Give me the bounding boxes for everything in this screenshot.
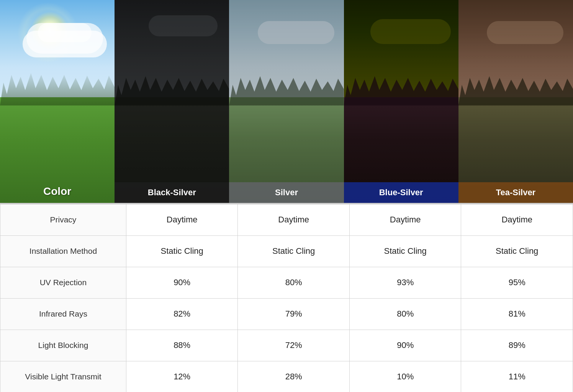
label-silver: Silver [229,182,344,203]
row-col1-privacy: Daytime [126,204,238,235]
image-bg-original [0,0,115,203]
row-label-uv: UV Rejection [0,267,126,298]
row-col2-installation: Static Cling [238,235,350,267]
row-col3-privacy: Daytime [349,204,461,235]
row-col2-privacy: Daytime [238,204,350,235]
row-col2-light-blocking: 72% [238,330,350,361]
image-bg-tea-silver [458,0,573,203]
row-label-privacy: Privacy [0,204,126,235]
row-label-infrared: Infrared Rays [0,298,126,330]
image-cell-silver: Silver [229,0,344,203]
row-label-installation: Installation Method [0,235,126,267]
row-col2-visible-light: 28% [238,361,350,392]
comparison-table: Privacy Daytime Daytime Daytime Daytime … [0,204,573,392]
row-col3-installation: Static Cling [349,235,461,267]
row-col4-privacy: Daytime [461,204,573,235]
label-original: Color [0,180,115,203]
image-cell-original: Color [0,0,115,203]
image-bg-blue-silver [344,0,458,203]
row-col3-infrared: 80% [349,298,461,330]
row-label-light-blocking: Light Blocking [0,330,126,361]
row-col1-light-blocking: 88% [126,330,238,361]
image-bg-silver [229,0,344,203]
label-blue-silver: Blue-Silver [344,182,458,203]
row-label-visible-light: Visible Light Transmit [0,361,126,392]
row-col4-visible-light: 11% [461,361,573,392]
row-col1-installation: Static Cling [126,235,238,267]
row-col4-infrared: 81% [461,298,573,330]
row-col3-uv: 93% [349,267,461,298]
label-black-silver: Black-Silver [115,182,229,203]
image-bg-black-silver [115,0,229,203]
table-row-installation: Installation Method Static Cling Static … [0,235,573,267]
row-col4-installation: Static Cling [461,235,573,267]
table-container: Privacy Daytime Daytime Daytime Daytime … [0,203,573,392]
row-col3-light-blocking: 90% [349,330,461,361]
row-col1-uv: 90% [126,267,238,298]
row-col4-uv: 95% [461,267,573,298]
image-cell-black-silver: Black-Silver [115,0,229,203]
image-row: Color Black-Silver Silver [0,0,573,203]
row-col1-visible-light: 12% [126,361,238,392]
table-row-uv: UV Rejection 90% 80% 93% 95% [0,267,573,298]
row-col2-infrared: 79% [238,298,350,330]
row-col1-infrared: 82% [126,298,238,330]
row-col2-uv: 80% [238,267,350,298]
table-row-privacy: Privacy Daytime Daytime Daytime Daytime [0,204,573,235]
table-row-visible-light: Visible Light Transmit 12% 28% 10% 11% [0,361,573,392]
row-col3-visible-light: 10% [349,361,461,392]
image-cell-tea-silver: Tea-Silver [458,0,573,203]
row-col4-light-blocking: 89% [461,330,573,361]
table-row-infrared: Infrared Rays 82% 79% 80% 81% [0,298,573,330]
table-row-light-blocking: Light Blocking 88% 72% 90% 89% [0,330,573,361]
image-cell-blue-silver: Blue-Silver [344,0,458,203]
label-tea-silver: Tea-Silver [458,182,573,203]
main-container: Color Black-Silver Silver [0,0,573,392]
